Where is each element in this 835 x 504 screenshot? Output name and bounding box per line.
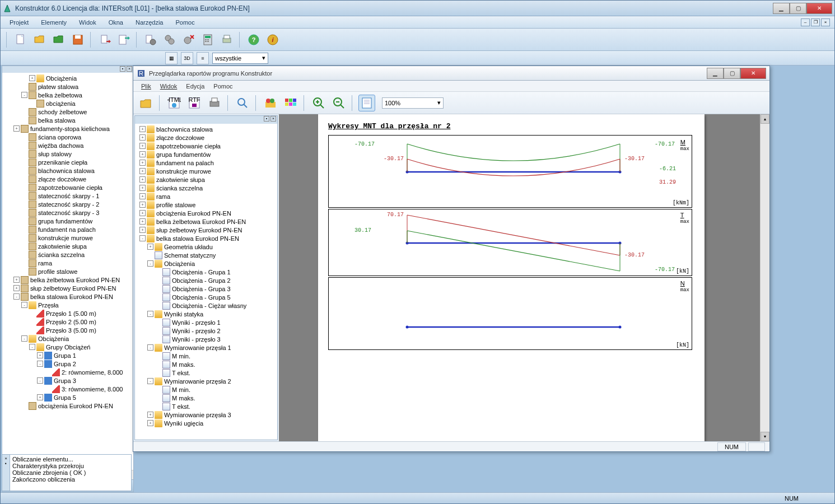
tree-item[interactable]: stateczność skarpy - 1 [3,192,132,200]
find-button[interactable] [234,95,251,111]
open-folder-button[interactable] [51,32,67,48]
mdi-close[interactable]: × [821,18,830,26]
menu-projekt[interactable]: Projekt [5,18,33,27]
tree-item[interactable]: +fundamenty-stopa kielichowa [3,124,132,133]
tree-item[interactable]: -Obciążenia [136,259,276,268]
tree-item[interactable]: +Wymiarowanie przęsła 3 [136,410,276,419]
tree-item[interactable]: +Grupa 1 [3,351,132,360]
tree-item[interactable]: +ścianka szczelna [136,184,276,192]
report-menu-widok[interactable]: Widok [157,82,181,91]
tree-item[interactable]: +profile stalowe [136,200,276,209]
tree-item[interactable]: blachownica stalowa [3,166,132,175]
zoom-in-button[interactable] [310,95,327,111]
report-menu-plik[interactable]: Plik [138,82,155,91]
menu-pomoc[interactable]: Pomoc [171,18,199,27]
tree-item[interactable]: -belka stalowa Eurokod PN-EN [3,292,132,301]
tree-item[interactable]: konstrukcje murowe [3,234,132,242]
page-view-button[interactable] [358,95,375,111]
log-close-button[interactable]: ×▪ [2,455,10,491]
export-button[interactable] [116,32,132,48]
maximize-button[interactable]: ▢ [790,3,806,14]
mdi-minimize[interactable]: – [801,18,810,26]
menu-okna[interactable]: Okna [104,18,128,27]
gears-button[interactable] [162,32,178,48]
report-open-button[interactable] [138,95,155,111]
tree-item[interactable]: T ekst. [136,368,276,377]
calculator-button[interactable] [200,32,216,48]
close-button[interactable]: ✕ [806,3,832,14]
tree-item[interactable]: belka stalowa [3,116,132,124]
tree-item[interactable]: Obciążenia - Grupa 3 [136,284,276,293]
tree-item[interactable]: -Grupy Obciążeń [3,343,132,351]
project-tree[interactable]: +Obciążeniapłatew stalowa-belka żelbetow… [2,73,133,470]
delete-config-button[interactable] [181,32,197,48]
tree-item[interactable]: Wyniki - przęsło 1 [136,318,276,326]
tree-item[interactable]: -Wymiarowanie przęsła 1 [136,343,276,352]
menu-narzedzia[interactable]: Narzędzia [131,18,168,27]
tree-item[interactable]: schody żelbetowe [3,108,132,116]
tree-item[interactable]: Przęsło 1 (5.00 m) [3,309,132,318]
tree-item[interactable]: +Obciążenia [3,74,132,82]
view-list-button[interactable]: ≡ [197,52,209,64]
view-3d-button[interactable]: 3D [181,52,193,64]
report-close-button[interactable]: ✕ [740,68,766,79]
tree-item[interactable]: T ekst. [136,402,276,410]
report-tree[interactable]: +blachownica stalowa+złącze doczołowe+za… [135,124,277,440]
report-menu-pomoc[interactable]: Pomoc [210,82,236,91]
tree-item[interactable]: Przęsło 2 (5.00 m) [3,318,132,326]
tree-item[interactable]: +grupa fundamentów [136,150,276,158]
tree-item[interactable]: grupa fundamentów [3,217,132,225]
help-button[interactable]: ? [246,32,262,48]
zoom-out-button[interactable] [330,95,347,111]
report-maximize-button[interactable]: ▢ [724,68,740,79]
mdi-restore[interactable]: ❐ [811,18,820,26]
print-button[interactable] [219,32,235,48]
tree-item[interactable]: Wyniki - przęsło 2 [136,326,276,335]
tree-item[interactable]: +Grupa 5 [3,393,132,402]
tree-item[interactable]: Obciążenia - Grupa 2 [136,276,276,284]
tree-item[interactable]: płatew stalowa [3,82,132,91]
tree-item[interactable]: +słup żelbetowy Eurokod PN-EN [136,226,276,234]
report-print-button[interactable] [206,95,223,111]
tree-item[interactable]: +blachownica stalowa [136,125,276,133]
tree-item[interactable]: stateczność skarpy - 3 [3,208,132,217]
tree-item[interactable]: ściana oporowa [3,133,132,141]
tree-item[interactable]: obciążenia [3,99,132,108]
tree-item[interactable]: Wyniki - przęsło 3 [136,335,276,343]
export-html-button[interactable]: HTML [166,95,183,111]
tree-item[interactable]: zapotrzebowanie ciepła [3,183,132,192]
menu-widok[interactable]: Widok [74,18,101,27]
tree-item[interactable]: -Wymiarowanie przęsła 2 [136,377,276,385]
report-panel-close[interactable]: × [270,116,276,122]
tree-item[interactable]: Obciążenia - Grupa 1 [136,268,276,276]
tree-item[interactable]: rama [3,259,132,267]
tree-item[interactable]: +zakotwienie słupa [136,175,276,184]
tree-item[interactable]: -Grupa 2 [3,360,132,368]
tree-item[interactable]: +fundament na palach [136,158,276,167]
tree-item[interactable]: +słup żelbetowy Eurokod PN-EN [3,284,132,292]
export-rtf-button[interactable]: RTF [186,95,203,111]
report-canvas[interactable]: Wykresy MNT dla przęsła nr 2 [279,114,769,441]
tree-item[interactable]: -Wyniki statyka [136,310,276,318]
tree-item[interactable]: -belka stalowa Eurokod PN-EN [136,234,276,242]
tree-item[interactable]: M maks. [136,394,276,402]
tree-item[interactable]: -Obciążenia [3,334,132,343]
tree-item[interactable]: +belka żelbetowa Eurokod PN-EN [3,276,132,284]
settings-doc-button[interactable] [143,32,158,48]
tree-item[interactable]: +Wyniki ugięcia [136,419,276,427]
tree-item[interactable]: 2: równomierne, 8.000 [3,368,132,376]
panel-close-button[interactable]: × [127,66,132,72]
colors-tool-button[interactable] [262,95,279,111]
tree-item[interactable]: 3: równomierne, 8.000 [3,385,132,393]
open-button[interactable] [32,32,48,48]
view-2d-button[interactable]: ▦ [165,52,178,64]
tree-item[interactable]: -Grupa 3 [3,376,132,385]
tree-item[interactable]: obciążenia Eurokod PN-EN [3,402,132,410]
panel-pin-button[interactable]: ▪ [120,66,125,72]
report-minimize-button[interactable]: ▁ [707,68,724,79]
minimize-button[interactable]: ▁ [773,3,790,14]
filter-combo[interactable]: wszystkie▾ [212,53,268,64]
new-button[interactable] [13,32,29,48]
tree-item[interactable]: +Geometria układu [136,242,276,251]
tree-item[interactable]: +zapotrzebowanie ciepła [136,142,276,150]
